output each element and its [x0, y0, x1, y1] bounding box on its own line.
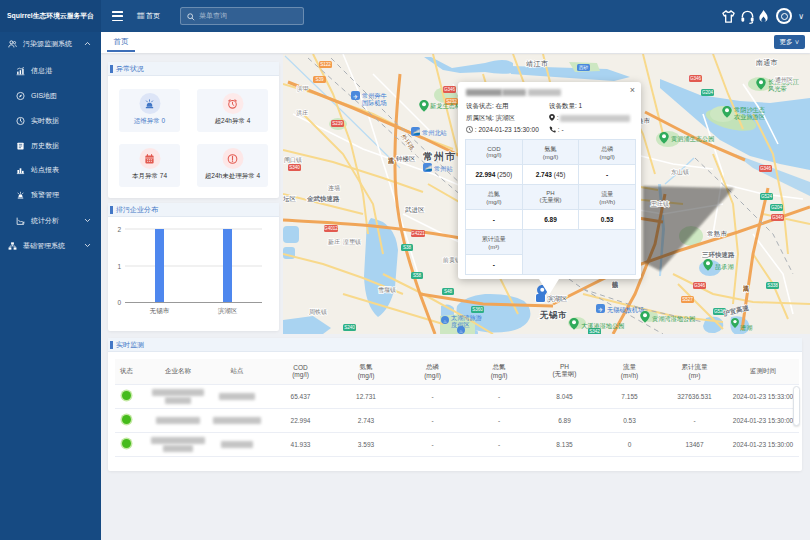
- svg-text:S38: S38: [403, 245, 412, 250]
- svg-text:靖江市: 靖江市: [526, 59, 549, 68]
- svg-text:新龙生态林: 新龙生态林: [429, 102, 462, 109]
- svg-text:无锡市: 无锡市: [150, 307, 170, 315]
- svg-text:雪堰镇: 雪堰镇: [378, 286, 396, 293]
- svg-text:坛区: 坛区: [283, 195, 297, 202]
- svg-text:0: 0: [117, 299, 121, 306]
- svg-text:常州市: 常州市: [423, 151, 456, 162]
- svg-text:🚄: 🚄: [425, 164, 432, 172]
- svg-text:金武快速路: 金武快速路: [306, 195, 340, 203]
- svg-text:S340: S340: [289, 165, 300, 170]
- svg-text:贡湖湾湿地公园: 贡湖湾湿地公园: [652, 315, 695, 323]
- svg-text:常州站: 常州站: [434, 165, 453, 173]
- svg-text:2: 2: [117, 226, 121, 233]
- svg-text:武进区: 武进区: [404, 206, 425, 214]
- svg-text:常熟市: 常熟市: [707, 230, 728, 238]
- svg-text:S58: S58: [413, 273, 422, 278]
- svg-text:新庄: 新庄: [328, 238, 340, 245]
- svg-text:周铁镇: 周铁镇: [309, 308, 327, 315]
- svg-text:黄泗浦生态公园: 黄泗浦生态公园: [671, 135, 714, 143]
- svg-text:S342: S342: [589, 329, 600, 334]
- svg-text:滨湖区: 滨湖区: [218, 307, 238, 315]
- svg-text:S122: S122: [320, 62, 331, 67]
- svg-text:G346: G346: [690, 76, 702, 81]
- svg-text:三环快速路: 三环快速路: [702, 251, 735, 259]
- svg-text:大溪港湿地公园: 大溪港湿地公园: [581, 322, 624, 330]
- svg-text:S39: S39: [315, 77, 324, 82]
- svg-text:G204: G204: [702, 90, 714, 95]
- svg-text:南通市: 南通市: [756, 58, 778, 66]
- svg-text:无锡市: 无锡市: [539, 310, 567, 320]
- svg-text:农业旅游区: 农业旅游区: [734, 113, 765, 121]
- svg-text:洪庄: 洪庄: [296, 109, 308, 116]
- svg-text:王庄镇: 王庄镇: [650, 200, 669, 207]
- svg-text:滨湖区: 滨湖区: [547, 295, 568, 303]
- svg-text:1: 1: [117, 263, 121, 270]
- svg-text:G4012: G4012: [324, 226, 338, 231]
- svg-text:东山镇: 东山镇: [671, 168, 689, 175]
- svg-text:G346: G346: [444, 87, 456, 92]
- svg-text:国际机场: 国际机场: [362, 99, 387, 107]
- svg-text:S360: S360: [472, 307, 483, 312]
- svg-text:S239: S239: [332, 121, 343, 126]
- svg-text:S48: S48: [444, 289, 453, 294]
- svg-text:湟里镇: 湟里镇: [343, 239, 361, 245]
- svg-text:G524: G524: [761, 194, 773, 199]
- svg-text:G346: G346: [760, 166, 772, 171]
- svg-text:无锡硕放机场: 无锡硕放机场: [607, 306, 644, 314]
- svg-text:昆承湖: 昆承湖: [715, 263, 734, 271]
- svg-text:闸口镇: 闸口镇: [284, 157, 302, 164]
- svg-text:✈: ✈: [353, 94, 358, 100]
- svg-text:♨: ♨: [459, 329, 463, 334]
- svg-text:连墙: 连墙: [328, 185, 340, 192]
- svg-text:风光带: 风光带: [768, 85, 787, 93]
- svg-text:漕湖: 漕湖: [740, 324, 752, 332]
- svg-text:常州奔牛: 常州奔牛: [362, 92, 388, 99]
- svg-text:🚄: 🚄: [413, 128, 420, 136]
- svg-text:S338: S338: [767, 283, 778, 288]
- svg-text:G204: G204: [771, 205, 783, 210]
- svg-text:通州区: 通州区: [775, 76, 793, 83]
- svg-text:S240: S240: [344, 325, 355, 330]
- svg-text:常州北站: 常州北站: [422, 129, 447, 137]
- svg-text:G346: G346: [694, 283, 706, 288]
- svg-text:♨: ♨: [443, 319, 447, 324]
- svg-text:G4221: G4221: [411, 231, 425, 236]
- svg-text:S527: S527: [682, 297, 693, 302]
- svg-text:G346: G346: [772, 215, 784, 220]
- svg-text:钟楼区: 钟楼区: [395, 155, 416, 162]
- svg-text:滨甲: 滨甲: [297, 85, 309, 92]
- svg-text:✈: ✈: [598, 307, 603, 313]
